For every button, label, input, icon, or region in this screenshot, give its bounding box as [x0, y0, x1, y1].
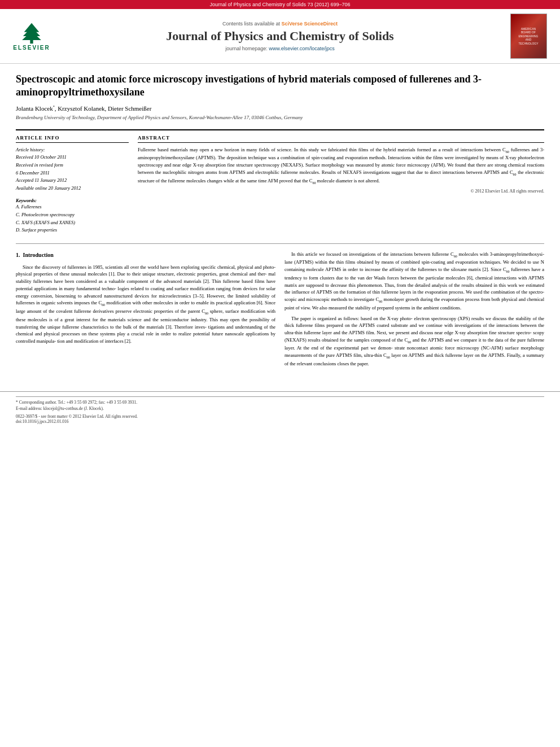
journal-homepage: journal homepage: www.elsevier.com/locat…	[65, 46, 495, 51]
available-date: Available online 20 January 2012	[16, 185, 129, 193]
authors-text: Jolanta Klocek*, Krzysztof Kolanek, Diet…	[16, 105, 151, 112]
keyword-3: C. XAFS (EXAFS and XANES)	[16, 219, 129, 227]
article-title: Spectroscopic and atomic force microscop…	[16, 73, 544, 99]
sciverse-prefix: Contents lists available at	[222, 21, 280, 27]
doi-text: doi:10.1016/j.jpcs.2012.01.016	[16, 419, 69, 424]
elsevier-tree-icon	[18, 22, 46, 45]
abstract-header: ABSTRACT	[138, 135, 544, 143]
elsevier-logo: ELSEVIER	[13, 22, 50, 51]
journal-header: ELSEVIER Contents lists available at Sci…	[0, 9, 560, 64]
affiliation-text: Brandenburg University of Technology, De…	[16, 115, 544, 120]
abstract-col: ABSTRACT Fullerene based materials may o…	[138, 135, 544, 234]
accepted-date: Accepted 11 January 2012	[16, 177, 129, 185]
history-label: Article history:	[16, 146, 129, 154]
email-text: E-mail address: klocejol@tu-cottbus.de (…	[16, 405, 544, 412]
authors-line: Jolanta Klocek*, Krzysztof Kolanek, Diet…	[16, 105, 544, 112]
badge-text: AMERICANBOARD OFENGINEERINGANDTECHNOLOGY	[518, 27, 538, 46]
keyword-1: A. Fullerenes	[16, 203, 129, 211]
received-revised-label: Received in revised form	[16, 161, 129, 169]
header-center: Contents lists available at SciVerse Sci…	[54, 21, 506, 51]
journal-title: Journal of Physics and Chemistry of Soli…	[65, 29, 495, 43]
header-left: ELSEVIER	[9, 22, 54, 51]
revised-date: 6 December 2011	[16, 169, 129, 177]
body-section: 1. Introduction Since the discovery of f…	[16, 243, 544, 371]
footnote-text: * Corresponding author. Tel.: +49 3 55 6…	[16, 399, 544, 405]
sciverse-link[interactable]: SciVerse ScienceDirect	[282, 21, 338, 27]
intro-para-1: Since the discovery of fullerenes in 198…	[16, 264, 275, 345]
intro-para-3: The paper is organized as follows: based…	[285, 315, 544, 368]
journal-badge: AMERICANBOARD OFENGINEERINGANDTECHNOLOGY	[510, 14, 547, 59]
intro-section-title: 1. Introduction	[16, 251, 275, 259]
footnote-author: * Corresponding author. Tel.: +49 3 55 6…	[16, 400, 137, 405]
journal-citation-text: Journal of Physics and Chemistry of Soli…	[209, 2, 350, 7]
abstract-text: Fullerene based materials may open a new…	[138, 146, 544, 186]
issn-doi: 0022-3697/$ - see front matter © 2012 El…	[16, 414, 544, 424]
homepage-url[interactable]: www.elsevier.com/locate/jpcs	[269, 46, 335, 51]
sciverse-line: Contents lists available at SciVerse Sci…	[65, 21, 495, 27]
article-info-abstract: ARTICLE INFO Article history: Received 1…	[16, 129, 544, 234]
article-info-col: ARTICLE INFO Article history: Received 1…	[16, 135, 129, 234]
keywords-label: Keywords:	[16, 198, 129, 203]
svg-rect-0	[30, 40, 33, 43]
received-date: Received 10 October 2011	[16, 154, 129, 161]
main-content: Spectroscopic and atomic force microscop…	[0, 64, 560, 380]
homepage-label: journal homepage:	[225, 46, 268, 51]
header-right: AMERICANBOARD OFENGINEERINGANDTECHNOLOGY	[506, 14, 551, 59]
journal-citation-banner: Journal of Physics and Chemistry of Soli…	[0, 0, 560, 9]
issn-text: 0022-3697/$ - see front matter © 2012 El…	[16, 414, 138, 419]
keyword-2: C. Photoelectron spectroscopy	[16, 211, 129, 219]
body-col-right: In this article we focused on investigat…	[285, 251, 544, 371]
section-number: 1.	[16, 252, 20, 258]
article-info-header: ARTICLE INFO	[16, 135, 129, 143]
elsevier-label: ELSEVIER	[13, 45, 50, 51]
keywords-section: Keywords: A. Fullerenes C. Photoelectron…	[16, 198, 129, 234]
intro-para-2: In this article we focused on investigat…	[285, 251, 544, 312]
page-footer: * Corresponding author. Tel.: +49 3 55 6…	[0, 391, 560, 427]
keyword-4: D. Surface properties	[16, 226, 129, 234]
copyright-text: © 2012 Elsevier Ltd. All rights reserved…	[138, 189, 544, 194]
section-name: Introduction	[23, 252, 54, 258]
article-history: Article history: Received 10 October 201…	[16, 146, 129, 193]
body-col-left: 1. Introduction Since the discovery of f…	[16, 251, 275, 371]
